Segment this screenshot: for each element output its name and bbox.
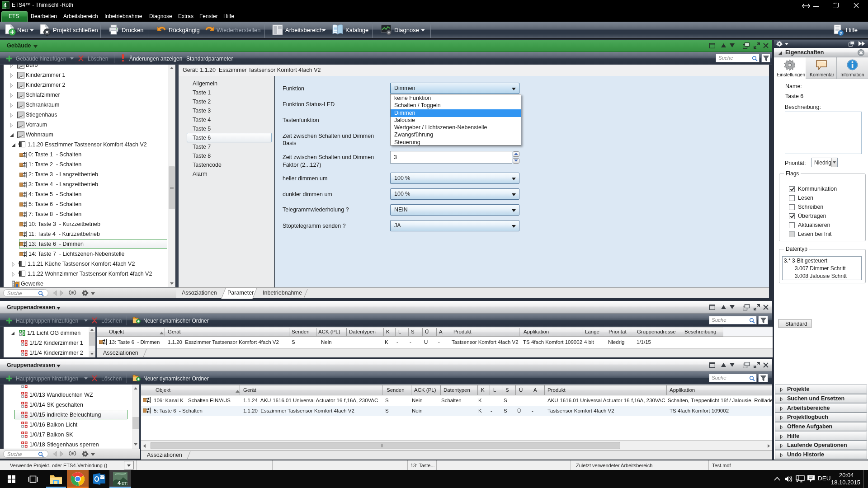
svg-text:4: 4 (118, 479, 121, 486)
svg-text:4: 4 (4, 2, 7, 9)
svg-text:?: ? (840, 31, 842, 36)
svg-text:ETS: ETS (122, 481, 127, 486)
